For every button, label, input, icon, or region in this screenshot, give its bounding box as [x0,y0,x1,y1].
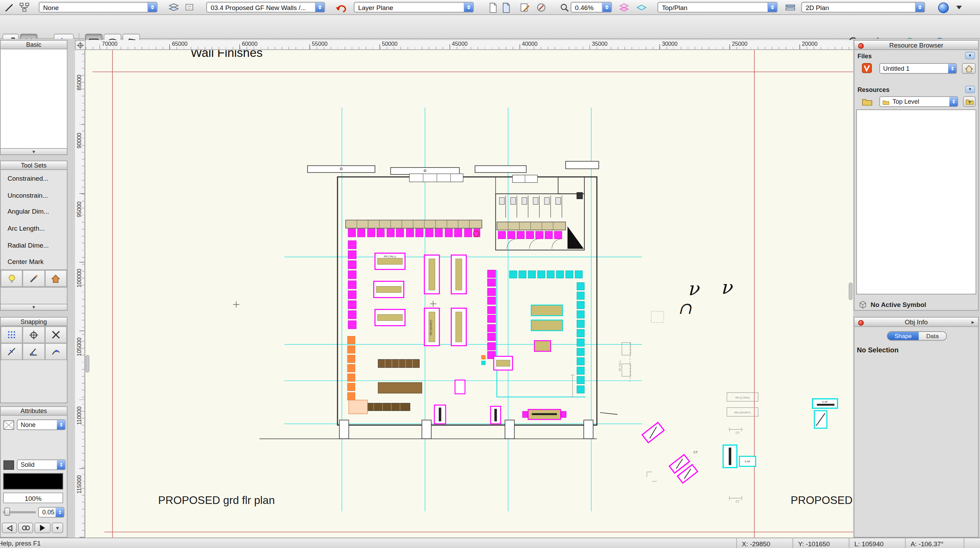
attributes-back-button[interactable] [2,523,17,534]
tool-set-item-angular[interactable]: Angular Dim... [1,203,67,220]
attributes-menu-button[interactable]: ▼ [52,523,63,534]
line-style-dropdown[interactable]: Solid [17,460,66,470]
ruler-origin-button[interactable] [75,40,86,50]
snapping-palette-header[interactable]: Snapping [0,317,68,327]
folder-icon [862,97,872,108]
files-collapse-button[interactable]: ▾ [965,52,975,60]
tool-set-item-center-mark[interactable]: Center Mark [1,253,67,270]
seating-zone [481,270,586,397]
resource-folder-dropdown[interactable]: Top Level [880,96,958,107]
connected-nodes-icon[interactable] [17,2,32,13]
coord-x-value: X: -29850 [742,540,770,547]
svg-text:∩: ∩ [678,299,692,318]
obj-info-body: Shape Data No Selection [854,327,978,538]
zoom-dropdown[interactable]: 0.46% [570,2,612,13]
tool-sets-palette-header[interactable]: Tool Sets [0,161,68,170]
tool-set-item-label: Unconstrain... [8,191,48,199]
snap-to-grid-button[interactable] [1,327,23,343]
snap-to-edge-button[interactable] [1,343,23,360]
resource-folder-value: Top Level [889,98,950,105]
view-dropdown[interactable]: Top/Plan [657,2,778,13]
wall-counters [346,220,566,230]
floor-plan-svg: RR (TALL) RR (SHORT) [86,50,853,538]
resources-collapse-button[interactable]: ▾ [965,86,975,93]
previous-view-icon[interactable] [332,2,350,13]
close-palette-icon[interactable] [858,320,864,325]
line-style-value: Solid [18,461,57,468]
tool-set-item-radial[interactable]: Radial Dime... [1,237,67,253]
line-weight-field[interactable]: 0.05 [38,507,65,518]
render-mode-dropdown[interactable]: 2D Plan [802,2,925,13]
tool-set-item-label: Constrained... [8,174,49,182]
tool-set-item-arc-length[interactable]: Arc Length... [1,220,67,237]
plan-caption-left: PROPOSED grd flr plan [158,494,275,507]
snap-to-tangent-button[interactable] [45,343,67,360]
zoom-icon[interactable] [558,2,570,13]
close-palette-icon[interactable] [858,43,864,48]
active-layer-dropdown[interactable]: 03.4 Proposed GF New Walls /... [206,2,325,13]
canvas-left-scroll-tab[interactable] [86,355,89,373]
clip-cube-icon[interactable] [616,2,631,13]
shelf-label: RR (TALL) [384,255,396,258]
dropdown-arrows-icon [915,2,924,12]
classes-icon[interactable] [182,2,196,13]
obj-info-header[interactable]: Obj Info ▸ [854,317,978,327]
render-stack-icon[interactable] [782,2,797,13]
tool-set-item-constrained[interactable]: Constrained... [1,170,67,186]
tab-data[interactable]: Data [919,332,946,340]
line-tool-icon[interactable] [2,2,15,13]
flyover-plane-icon[interactable] [634,2,649,13]
fill-style-dropdown[interactable]: None [17,419,66,430]
lamp-tool-button[interactable] [1,270,23,287]
home-file-button[interactable] [962,63,976,74]
attributes-palette-header[interactable]: Attributes [0,406,68,416]
attributes-title: Attributes [21,408,47,414]
coord-y-readout: Y: -101650 [792,538,849,548]
active-file-dropdown[interactable]: Untitled 1 [880,63,957,74]
coord-y-value: Y: -101650 [798,540,830,547]
pen-tool-button[interactable] [22,270,45,287]
basic-palette-header[interactable]: Basic [0,40,68,49]
compass-icon[interactable] [535,2,548,13]
attributes-play-button[interactable] [34,523,51,534]
resource-browser-header[interactable]: Resource Browser [854,40,978,50]
snap-to-object-button[interactable] [22,327,45,343]
folder-up-button[interactable] [963,96,975,107]
dropdown-arrows-icon [948,64,956,73]
ruler-label: 55000 [312,41,327,47]
basic-palette-expander[interactable]: ▼ [0,149,68,155]
saved-views-icon[interactable] [500,2,512,13]
status-corner-cell [964,538,980,548]
resource-browser-body: Files ▾ Untitled 1 Resources ▾ Top Level… [854,50,978,311]
shelf-label: RR (SHORT) [429,320,433,335]
sphere-menu-chevron-icon[interactable] [954,2,964,13]
canvas-scrollbar-thumb[interactable] [849,283,853,300]
bottom-fixtures [259,380,617,439]
resource-list[interactable] [856,109,976,294]
snap-to-angle-button[interactable] [22,343,45,360]
tool-sets-expander[interactable]: ▼ [0,304,68,311]
active-class-dropdown[interactable]: None [39,2,158,13]
tool-sets-title: Tool Sets [21,162,46,169]
visualization-sphere-icon[interactable] [936,2,950,13]
layers-icon[interactable] [166,2,181,13]
drawing-canvas[interactable]: RR (TALL) RR (SHORT) [86,50,853,538]
building-tool-button[interactable] [45,270,67,287]
annotation-label: RR (LONG) [735,396,750,399]
publish-icon[interactable] [518,2,532,13]
ruler-label: 20000 [802,41,817,47]
dropdown-arrows-icon [602,2,611,12]
layer-plane-dropdown[interactable]: Layer Plane [354,2,474,13]
attributes-link-button[interactable] [18,523,33,534]
menu-bar: None 03.4 Proposed GF New Walls /... Lay… [0,0,980,15]
new-document-icon[interactable] [487,2,500,13]
tool-set-item-unconstrained[interactable]: Unconstrain... [1,186,67,203]
line-weight-slider-thumb[interactable] [5,507,10,515]
tab-shape[interactable]: Shape [888,332,919,340]
opacity-field[interactable]: 100% [3,492,63,503]
annotation-label: RR (TALL) [619,360,621,371]
palette-menu-arrow-icon[interactable]: ▸ [972,319,974,325]
line-color-swatch[interactable] [3,473,63,489]
ruler-label: 50000 [382,41,398,47]
snap-to-intersection-button[interactable] [45,327,67,343]
